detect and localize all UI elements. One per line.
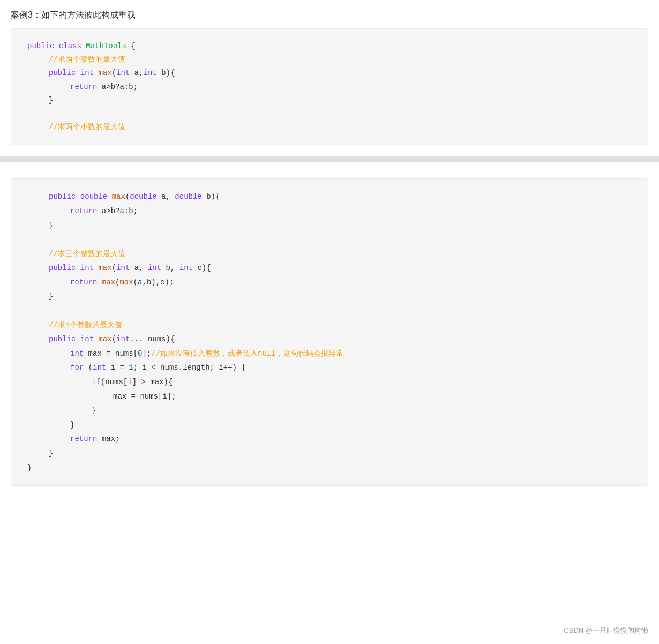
- code-line: public class MathTools {: [27, 40, 632, 53]
- code-line: }: [27, 219, 632, 233]
- code-line: }: [27, 289, 632, 304]
- divider: [0, 156, 659, 162]
- watermark: CSDN @一只叫慢慢的树懒: [564, 626, 648, 635]
- code-line: }: [27, 461, 632, 475]
- code-line: }: [27, 94, 632, 107]
- bottom-code-block: public double max(double a, double b){ r…: [11, 178, 648, 486]
- code-line: [27, 107, 632, 121]
- code-line: }: [27, 418, 632, 432]
- code-line: for (int i = 1; i < nums.length; i++) {: [27, 361, 632, 375]
- code-line: }: [27, 403, 632, 418]
- code-line: return a>b?a:b;: [27, 80, 632, 94]
- code-line: return a>b?a:b;: [27, 204, 632, 219]
- code-line: return max(max(a,b),c);: [27, 275, 632, 290]
- code-line: //求两个整数的最大值: [27, 53, 632, 66]
- code-line: public int max(int a, int b, int c){: [27, 261, 632, 275]
- code-line: int max = nums[0];//如果没有传入整数，或者传入null，这句…: [27, 347, 632, 361]
- top-section: 案例3：如下的方法彼此构成重载 public class MathTools {…: [0, 0, 659, 145]
- code-line: [27, 304, 632, 318]
- code-line: public double max(double a, double b){: [27, 190, 632, 204]
- code-line: public int max(int a,int b){: [27, 66, 632, 80]
- code-line: if(nums[i] > max){: [27, 375, 632, 390]
- bottom-section: public double max(double a, double b){ r…: [0, 162, 659, 497]
- code-line: public int max(int... nums){: [27, 332, 632, 347]
- code-line: //求n个整数的最大值: [27, 318, 632, 333]
- code-line: }: [27, 446, 632, 461]
- code-line: //求三个整数的最大值: [27, 247, 632, 261]
- page-wrapper: 案例3：如下的方法彼此构成重载 public class MathTools {…: [0, 0, 659, 644]
- case-title: 案例3：如下的方法彼此构成重载: [11, 10, 648, 21]
- code-line: [27, 233, 632, 247]
- code-line: return max;: [27, 432, 632, 446]
- code-line: max = nums[i];: [27, 390, 632, 404]
- top-code-block: public class MathTools { //求两个整数的最大值 pub…: [11, 28, 648, 145]
- code-line: //求两个小数的最大值: [27, 121, 632, 134]
